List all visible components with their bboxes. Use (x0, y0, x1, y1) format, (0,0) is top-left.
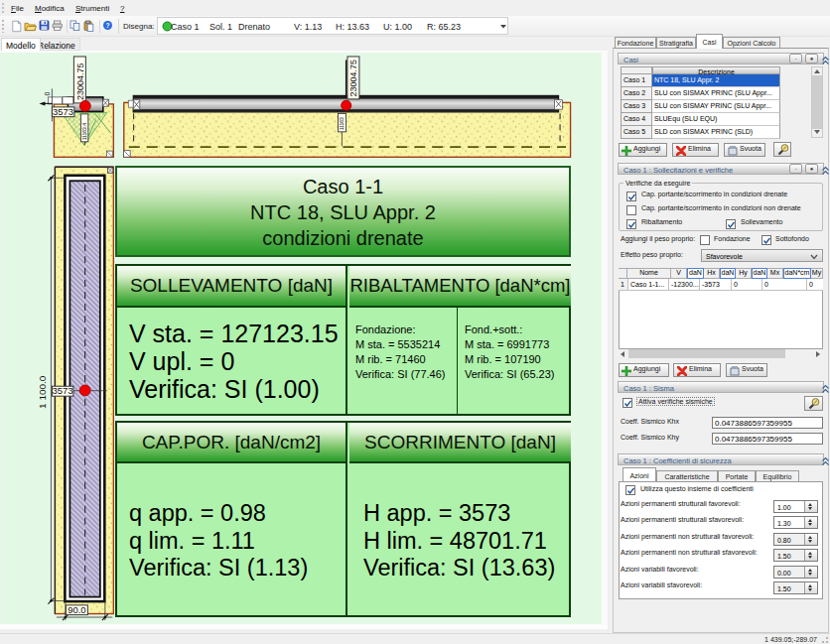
svg-text:11163.4: 11163.4 (81, 123, 87, 141)
svg-text:90.0: 90.0 (68, 604, 85, 615)
svg-text:11163: 11163 (339, 117, 345, 130)
svg-text:3573: 3573 (53, 385, 73, 396)
svg-text:0: 0 (44, 91, 51, 95)
svg-text:1 100.0: 1 100.0 (37, 375, 48, 409)
svg-text:?: ? (105, 22, 109, 29)
svg-text:23004.75: 23004.75 (348, 60, 358, 96)
svg-text:23004.75: 23004.75 (75, 63, 85, 99)
svg-text:3573: 3573 (53, 106, 73, 117)
